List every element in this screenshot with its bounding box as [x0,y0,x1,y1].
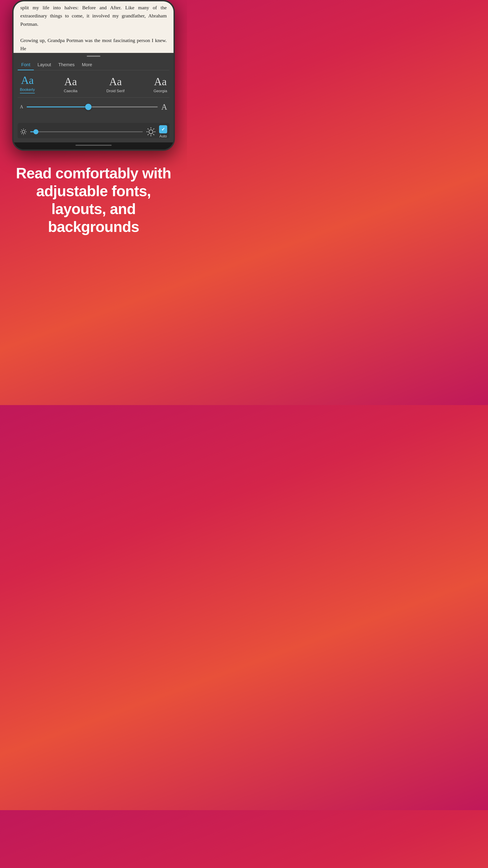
font-sample-caecilia: Aa [64,76,77,87]
font-name-caecilia: Caecilia [64,89,77,93]
reading-text: split my life into halves: Before and Af… [20,1,167,53]
font-option-bookerly[interactable]: Aa Bookerly [20,75,35,93]
svg-line-8 [21,133,22,134]
tagline: Read comfortably with adjustable fonts, … [9,164,178,236]
font-selection-row: Aa Bookerly Aa Caecilia Aa Droid Serif A… [18,75,169,93]
home-pill [75,145,111,146]
auto-brightness-button[interactable]: Auto [159,125,167,138]
font-size-large-label: A [161,102,167,112]
svg-line-14 [148,128,149,129]
font-sample-georgia: Aa [154,76,167,87]
font-size-row: A A [18,102,169,112]
font-name-georgia: Georgia [154,89,167,93]
tab-themes[interactable]: Themes [55,59,78,70]
svg-point-0 [22,130,25,133]
font-name-droid-serif: Droid Serif [106,89,125,93]
svg-line-15 [153,134,154,135]
svg-line-5 [21,129,22,130]
auto-label: Auto [160,134,167,138]
font-size-fill [27,106,88,107]
svg-line-6 [25,133,26,134]
font-underline-bookerly [20,93,35,93]
sun-icon-large [146,127,156,137]
divider-1 [18,97,169,98]
phone-container: split my life into halves: Before and Af… [8,0,180,151]
svg-point-9 [149,130,153,134]
tab-font[interactable]: Font [18,59,34,70]
font-name-bookerly: Bookerly [20,88,35,92]
phone-frame: split my life into halves: Before and Af… [12,0,175,151]
svg-line-16 [153,128,154,129]
auto-checkbox [159,125,167,133]
tagline-area: Read comfortably with adjustable fonts, … [0,151,187,245]
spacer-1 [18,116,169,123]
bottom-sheet: Font Layout Themes More Aa Bookerly [13,59,173,143]
font-size-slider[interactable] [27,106,158,107]
tab-more[interactable]: More [78,59,96,70]
home-indicator [13,143,173,149]
reading-area: split my life into halves: Before and Af… [13,1,173,53]
font-size-small-label: A [20,104,23,110]
font-option-droid-serif[interactable]: Aa Droid Serif [106,76,125,93]
sheet-handle-bar [13,53,173,59]
svg-line-17 [148,134,149,135]
brightness-slider[interactable] [30,131,143,132]
font-sample-bookerly: Aa [21,75,34,86]
font-sample-droid-serif: Aa [109,76,122,87]
font-size-thumb[interactable] [85,104,92,110]
font-option-georgia[interactable]: Aa Georgia [154,76,167,93]
sun-icon-small [20,128,27,135]
tab-layout[interactable]: Layout [34,59,55,70]
svg-line-7 [25,129,26,130]
tabs-container: Font Layout Themes More [18,59,169,70]
handle-pill [87,56,100,57]
brightness-row: Auto [18,123,169,138]
font-option-caecilia[interactable]: Aa Caecilia [64,76,77,93]
brightness-thumb[interactable] [33,129,38,134]
